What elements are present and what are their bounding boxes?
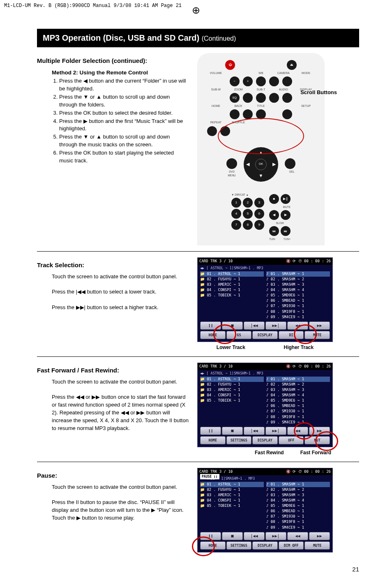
scroll-buttons-callout — [218, 118, 304, 154]
osd-track-r1: ♪ 01 . SMASHM ~ 1 — [266, 271, 330, 277]
osd-pause-ctrl-next: ▶▶| — [265, 532, 286, 541]
dvd-menu-button — [226, 158, 237, 169]
osd-pause-folder-5: 📁 05 . TOBIEK ~ 1 — [200, 503, 264, 509]
heading-title: MP3 Operation (Disc, USB and SD Card) — [43, 33, 199, 42]
page-number: 21 — [37, 565, 359, 574]
num-3: 3 — [254, 198, 264, 208]
osd-track-r5: ♪ 05 . SMD9E6 ~ 1 — [266, 293, 330, 298]
osd-pause-folder-1: 📁 01 . ASTROL ~ 1 — [200, 482, 264, 487]
osd-ff-track-8: ♪ 08 . SM19F8 ~ 1 — [266, 414, 330, 420]
step-4: Press the ▶ button and the first “Music … — [59, 118, 189, 133]
fast-forward-label: Fast Forward — [300, 450, 331, 455]
osd-track-r6: ♪ 06 . SMBEAD ~ 1 — [266, 298, 330, 303]
remote-control-graphic: ⏻ ⏏ VOLUME WBCAMERA MODE − + SUB — [197, 53, 325, 245]
osd-menu-di: DI — [279, 331, 304, 339]
osd-ff-folder-2: 📁 02 . FUSHYU ~ 1 — [200, 382, 264, 387]
osd-ff-ctrl-stop: ■ — [222, 427, 243, 435]
osd-fast-forward: CARD TRK 3 / 10 🔇 ⟳ ⏱ 00 : 00 : 26 ◀▶ [ … — [197, 363, 333, 448]
sel-button — [285, 158, 295, 169]
step-5: Press the ▼ or ▲ button to scroll up and… — [59, 133, 189, 149]
crop-header: M1-LCD-UM Rev. B (RGB):9900CD Manual 9/3… — [4, 2, 182, 9]
osd-ctrl-rew: ◀◀ — [287, 321, 308, 330]
step-1: Press the ◀ button and the current “Fold… — [59, 77, 189, 93]
osd-pause-header-right: 🔇 ⟳ ⏱ 00 : 00 : 26 — [286, 469, 331, 474]
osd-ctrl-prev: |◀◀ — [244, 321, 265, 330]
num-5: 5 — [243, 209, 253, 219]
forward-icon: ▶ — [281, 210, 291, 220]
osd-pause: CARD TRK 3 / 10 🔇 ⟳ ⏱ 00 : 00 : 26 ◀▶ TR… — [197, 468, 333, 553]
osd-pause-track-6: ♪ 06 . SMBEAD ~ 1 — [266, 509, 330, 514]
section2-p1: Touch the screen to activate the control… — [52, 273, 189, 281]
osd-folder-2: 📁 02 . FUSHYU ~ 1 — [200, 277, 264, 282]
stop-icon: ■ — [269, 194, 279, 204]
osd-ff-menu-mute: MUT — [304, 436, 330, 444]
osd-ff-track-5: ♪ 05 . SMD9E6 ~ 1 — [266, 398, 330, 403]
osd-pause-track-8: ♪ 08 . SM19F8 ~ 1 — [266, 519, 330, 525]
pause-badge: PAUSE ❙❙ — [200, 474, 219, 480]
osd-track-r9: ♪ 09 . SM4CE9 ~ 1 — [266, 314, 330, 320]
crop-mark-icon: ⊕ — [192, 3, 200, 18]
heading-continued: (Continued) — [202, 35, 236, 42]
remote-labels-row3: HOMEBACK TITLE SETUP — [203, 104, 319, 108]
camera-button — [269, 76, 279, 86]
step-3: Press the OK button to select the desire… — [59, 109, 189, 117]
osd-folder-5: 📁 05 . TOBIEK ~ 1 — [200, 293, 264, 298]
osd-ff-subheader: ◀▶ [ ASTROL ~ 1]SMASHM~1 . MP3 — [200, 370, 330, 377]
osd-pause-menu-home: HOME — [200, 541, 226, 550]
num-1: 1 — [231, 198, 241, 208]
num-7: 7 — [231, 220, 241, 230]
eject-icon: ⏏ — [287, 60, 297, 70]
section2-p2: Press the |◀◀ button to select a lower t… — [52, 288, 189, 296]
power-icon: ⏻ — [225, 60, 235, 70]
osd-pause-folder-2: 📁 02 . FUSHYU ~ 1 — [200, 487, 264, 492]
num-2: 2 — [243, 198, 253, 208]
osd-ff-track-7: ♪ 07 . SM1930 ~ 1 — [266, 409, 330, 414]
higher-track-label: Higher Track — [284, 344, 314, 350]
osd-ff-menu-off: OFF — [279, 436, 304, 444]
osd-pause-track-5: ♪ 05 . SMD9E6 ~ 1 — [266, 503, 330, 509]
next-track-icon: ⏭ — [281, 226, 291, 236]
osd-pause-ctrl-pause: ❙❙ — [200, 532, 221, 541]
osd-ctrl-ff: ▶▶ — [309, 321, 330, 330]
osd-ff-ctrl-rew: ◀◀ — [287, 427, 308, 435]
osd-track-selection: CARD TRK 3 / 10 🔇 ⟳ ⏱ 00 : 00 : 26 ◀▶ [ … — [197, 257, 333, 342]
wb-button — [256, 76, 266, 86]
osd-ctrl-next: ▶▶| — [265, 321, 286, 330]
osd-subheader: ◀▶ [ ASTROL ~ 1]SMASHM~1 . MP3 — [200, 265, 330, 271]
sel-label: SEL — [289, 170, 295, 174]
osd-ff-track-2: ♪ 02 . SMASHM ~ 2 — [266, 382, 330, 387]
osd-ff-menu-settings: SETTINGS — [226, 436, 252, 444]
zoom-button — [243, 93, 253, 103]
osd-pause-folder-4: 📁 04 . CONSPI ~ 1 — [200, 498, 264, 503]
osd-ctrl-pause: ❙❙ — [200, 321, 221, 330]
down-arrow-icon: ▼ — [259, 173, 263, 179]
num-8: 8 — [243, 220, 253, 230]
num-9: 9 — [254, 220, 264, 230]
rewind-icon: ◀ — [269, 210, 279, 220]
osd-pause-menu-display: DISPLAY — [252, 541, 278, 550]
osd-folder-3: 📁 03 . AMERIC ~ 1 — [200, 282, 264, 287]
dir-cat-label: ▼ DIR/CAT ▲ — [231, 193, 264, 197]
section3-title: Fast Forward / Fast Rewind: — [37, 366, 189, 375]
osd-ff-track-9: ♪ 09 . SM4CE9 ~ 1 — [266, 420, 330, 425]
osd-ff-ctrl-next: ▶▶| — [265, 427, 286, 435]
prev-track-icon: ⏮ — [269, 226, 279, 236]
osd-ff-menu-display: DISPLAY — [252, 436, 278, 444]
ok-button: OK — [255, 159, 267, 170]
osd-menu-display: DISPLAY — [252, 331, 278, 339]
osd-ff-header-right: 🔇 ⟳ ⏱ 00 : 00 : 26 — [286, 364, 331, 369]
osd-pause-ctrl-ff: ▶▶ — [309, 532, 330, 541]
osd-pause-ctrl-rew: ◀◀ — [287, 532, 308, 541]
osd-pause-track-9: ♪ 09 . SM4CE9 ~ 1 — [266, 525, 330, 530]
vol-minus: − — [230, 76, 240, 86]
osd-ff-menu-home: HOME — [200, 436, 226, 444]
step-2: Press the ▼ or ▲ button to scroll up and… — [59, 93, 189, 109]
back-button — [243, 109, 253, 119]
left-arrow-icon: ◀ — [246, 161, 249, 168]
osd-pause-track-1: ♪ 01 . SMASHM ~ 1 — [266, 482, 330, 487]
remote-labels-row1: VOLUME WBCAMERA MODE — [203, 71, 319, 75]
divider-1 — [37, 251, 359, 252]
osd-ff-track-4: ♪ 04 . SMASHM ~ 4 — [266, 393, 330, 398]
num-4: 4 — [231, 209, 241, 219]
home-button — [230, 109, 240, 119]
